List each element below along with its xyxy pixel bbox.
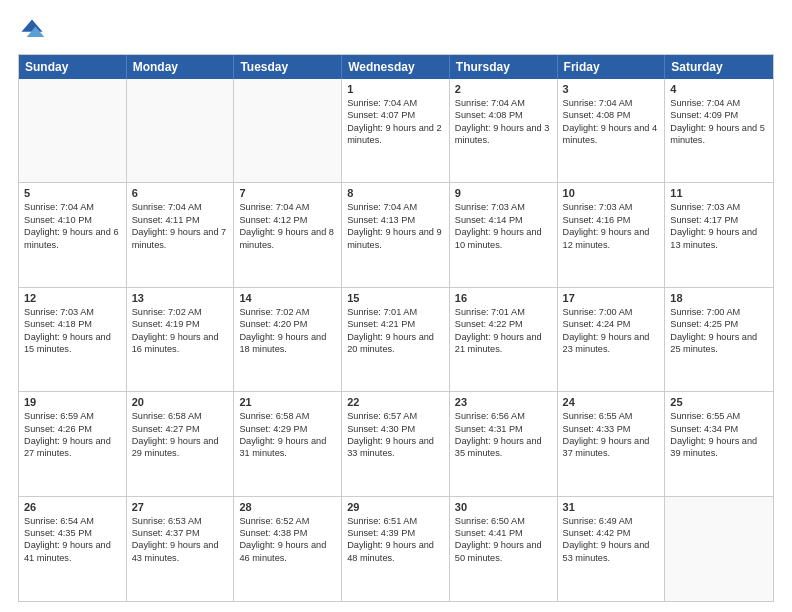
calendar-cell: 25Sunrise: 6:55 AMSunset: 4:34 PMDayligh… (665, 392, 773, 495)
cell-info: Sunrise: 6:55 AMSunset: 4:33 PMDaylight:… (563, 410, 660, 460)
cell-info: Sunrise: 6:56 AMSunset: 4:31 PMDaylight:… (455, 410, 552, 460)
cell-info: Sunrise: 7:04 AMSunset: 4:09 PMDaylight:… (670, 97, 768, 147)
calendar-row-2: 5Sunrise: 7:04 AMSunset: 4:10 PMDaylight… (19, 183, 773, 287)
day-number: 28 (239, 501, 336, 513)
calendar-cell: 2Sunrise: 7:04 AMSunset: 4:08 PMDaylight… (450, 79, 558, 182)
calendar-cell: 6Sunrise: 7:04 AMSunset: 4:11 PMDaylight… (127, 183, 235, 286)
day-number: 23 (455, 396, 552, 408)
calendar-cell: 4Sunrise: 7:04 AMSunset: 4:09 PMDaylight… (665, 79, 773, 182)
day-number: 8 (347, 187, 444, 199)
calendar-cell: 23Sunrise: 6:56 AMSunset: 4:31 PMDayligh… (450, 392, 558, 495)
calendar-cell: 3Sunrise: 7:04 AMSunset: 4:08 PMDaylight… (558, 79, 666, 182)
day-number: 26 (24, 501, 121, 513)
cell-info: Sunrise: 7:00 AMSunset: 4:25 PMDaylight:… (670, 306, 768, 356)
day-number: 9 (455, 187, 552, 199)
cell-info: Sunrise: 7:03 AMSunset: 4:17 PMDaylight:… (670, 201, 768, 251)
day-number: 15 (347, 292, 444, 304)
day-number: 27 (132, 501, 229, 513)
calendar-cell (127, 79, 235, 182)
calendar-cell: 30Sunrise: 6:50 AMSunset: 4:41 PMDayligh… (450, 497, 558, 601)
cell-info: Sunrise: 6:52 AMSunset: 4:38 PMDaylight:… (239, 515, 336, 565)
calendar-row-1: 1Sunrise: 7:04 AMSunset: 4:07 PMDaylight… (19, 79, 773, 183)
cell-info: Sunrise: 6:58 AMSunset: 4:27 PMDaylight:… (132, 410, 229, 460)
calendar-cell: 31Sunrise: 6:49 AMSunset: 4:42 PMDayligh… (558, 497, 666, 601)
day-number: 5 (24, 187, 121, 199)
page: SundayMondayTuesdayWednesdayThursdayFrid… (0, 0, 792, 612)
calendar-cell: 29Sunrise: 6:51 AMSunset: 4:39 PMDayligh… (342, 497, 450, 601)
calendar-cell: 10Sunrise: 7:03 AMSunset: 4:16 PMDayligh… (558, 183, 666, 286)
cell-info: Sunrise: 7:03 AMSunset: 4:18 PMDaylight:… (24, 306, 121, 356)
day-number: 10 (563, 187, 660, 199)
weekday-header-thursday: Thursday (450, 55, 558, 79)
calendar-cell: 27Sunrise: 6:53 AMSunset: 4:37 PMDayligh… (127, 497, 235, 601)
day-number: 31 (563, 501, 660, 513)
calendar-cell: 28Sunrise: 6:52 AMSunset: 4:38 PMDayligh… (234, 497, 342, 601)
day-number: 18 (670, 292, 768, 304)
cell-info: Sunrise: 7:04 AMSunset: 4:08 PMDaylight:… (455, 97, 552, 147)
day-number: 13 (132, 292, 229, 304)
cell-info: Sunrise: 7:02 AMSunset: 4:20 PMDaylight:… (239, 306, 336, 356)
cell-info: Sunrise: 6:51 AMSunset: 4:39 PMDaylight:… (347, 515, 444, 565)
day-number: 7 (239, 187, 336, 199)
cell-info: Sunrise: 7:04 AMSunset: 4:07 PMDaylight:… (347, 97, 444, 147)
calendar-cell: 14Sunrise: 7:02 AMSunset: 4:20 PMDayligh… (234, 288, 342, 391)
cell-info: Sunrise: 6:49 AMSunset: 4:42 PMDaylight:… (563, 515, 660, 565)
day-number: 19 (24, 396, 121, 408)
cell-info: Sunrise: 7:01 AMSunset: 4:22 PMDaylight:… (455, 306, 552, 356)
day-number: 24 (563, 396, 660, 408)
day-number: 20 (132, 396, 229, 408)
day-number: 1 (347, 83, 444, 95)
cell-info: Sunrise: 6:54 AMSunset: 4:35 PMDaylight:… (24, 515, 121, 565)
calendar-cell: 24Sunrise: 6:55 AMSunset: 4:33 PMDayligh… (558, 392, 666, 495)
header (18, 16, 774, 44)
calendar-row-5: 26Sunrise: 6:54 AMSunset: 4:35 PMDayligh… (19, 497, 773, 601)
day-number: 12 (24, 292, 121, 304)
calendar-cell: 19Sunrise: 6:59 AMSunset: 4:26 PMDayligh… (19, 392, 127, 495)
calendar-cell (665, 497, 773, 601)
calendar-cell: 26Sunrise: 6:54 AMSunset: 4:35 PMDayligh… (19, 497, 127, 601)
cell-info: Sunrise: 6:57 AMSunset: 4:30 PMDaylight:… (347, 410, 444, 460)
weekday-header-wednesday: Wednesday (342, 55, 450, 79)
day-number: 4 (670, 83, 768, 95)
calendar-cell: 21Sunrise: 6:58 AMSunset: 4:29 PMDayligh… (234, 392, 342, 495)
calendar-cell (19, 79, 127, 182)
calendar-cell: 5Sunrise: 7:04 AMSunset: 4:10 PMDaylight… (19, 183, 127, 286)
day-number: 2 (455, 83, 552, 95)
calendar-cell: 22Sunrise: 6:57 AMSunset: 4:30 PMDayligh… (342, 392, 450, 495)
day-number: 3 (563, 83, 660, 95)
calendar-row-4: 19Sunrise: 6:59 AMSunset: 4:26 PMDayligh… (19, 392, 773, 496)
cell-info: Sunrise: 7:04 AMSunset: 4:13 PMDaylight:… (347, 201, 444, 251)
logo (18, 16, 50, 44)
day-number: 30 (455, 501, 552, 513)
cell-info: Sunrise: 7:02 AMSunset: 4:19 PMDaylight:… (132, 306, 229, 356)
weekday-header-tuesday: Tuesday (234, 55, 342, 79)
calendar-row-3: 12Sunrise: 7:03 AMSunset: 4:18 PMDayligh… (19, 288, 773, 392)
cell-info: Sunrise: 6:53 AMSunset: 4:37 PMDaylight:… (132, 515, 229, 565)
cell-info: Sunrise: 7:00 AMSunset: 4:24 PMDaylight:… (563, 306, 660, 356)
calendar-cell: 18Sunrise: 7:00 AMSunset: 4:25 PMDayligh… (665, 288, 773, 391)
calendar-cell: 9Sunrise: 7:03 AMSunset: 4:14 PMDaylight… (450, 183, 558, 286)
calendar-cell: 17Sunrise: 7:00 AMSunset: 4:24 PMDayligh… (558, 288, 666, 391)
weekday-header-sunday: Sunday (19, 55, 127, 79)
cell-info: Sunrise: 6:58 AMSunset: 4:29 PMDaylight:… (239, 410, 336, 460)
calendar-body: 1Sunrise: 7:04 AMSunset: 4:07 PMDaylight… (19, 79, 773, 601)
calendar-cell: 1Sunrise: 7:04 AMSunset: 4:07 PMDaylight… (342, 79, 450, 182)
calendar-cell: 12Sunrise: 7:03 AMSunset: 4:18 PMDayligh… (19, 288, 127, 391)
day-number: 16 (455, 292, 552, 304)
cell-info: Sunrise: 7:03 AMSunset: 4:16 PMDaylight:… (563, 201, 660, 251)
calendar-cell (234, 79, 342, 182)
cell-info: Sunrise: 7:04 AMSunset: 4:08 PMDaylight:… (563, 97, 660, 147)
day-number: 25 (670, 396, 768, 408)
day-number: 22 (347, 396, 444, 408)
cell-info: Sunrise: 6:50 AMSunset: 4:41 PMDaylight:… (455, 515, 552, 565)
day-number: 29 (347, 501, 444, 513)
cell-info: Sunrise: 7:01 AMSunset: 4:21 PMDaylight:… (347, 306, 444, 356)
calendar-cell: 15Sunrise: 7:01 AMSunset: 4:21 PMDayligh… (342, 288, 450, 391)
cell-info: Sunrise: 7:03 AMSunset: 4:14 PMDaylight:… (455, 201, 552, 251)
day-number: 14 (239, 292, 336, 304)
cell-info: Sunrise: 7:04 AMSunset: 4:11 PMDaylight:… (132, 201, 229, 251)
weekday-header-saturday: Saturday (665, 55, 773, 79)
day-number: 21 (239, 396, 336, 408)
logo-icon (18, 16, 46, 44)
calendar-cell: 13Sunrise: 7:02 AMSunset: 4:19 PMDayligh… (127, 288, 235, 391)
